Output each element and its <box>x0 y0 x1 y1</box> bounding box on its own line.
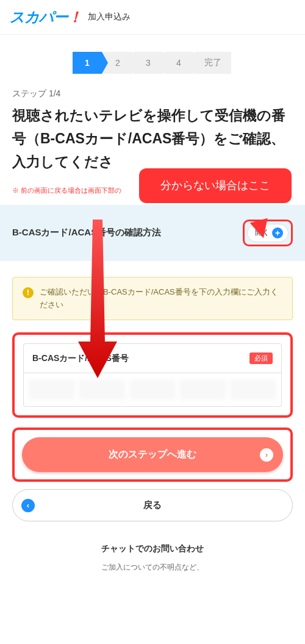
annotation-callout: 分からない場合はここ <box>139 168 292 203</box>
required-badge: 必須 <box>249 352 273 364</box>
info-banner-text: ご確認いただいたB-CASカード/ACAS番号を下の入力欄にご入力ください <box>40 286 282 312</box>
help-accordion-title: B-CASカード/ACAS番号の確認方法 <box>12 227 161 238</box>
info-banner: ! ご確認いただいたB-CASカード/ACAS番号を下の入力欄にご入力ください <box>12 277 293 321</box>
page-title: 視聴されたいテレビを操作して受信機の番号（B-CASカード/ACAS番号）をご確… <box>12 104 293 174</box>
chevron-left-icon: ‹ <box>21 499 35 512</box>
card-number-field-2[interactable] <box>79 379 125 400</box>
back-button[interactable]: ‹ 戻る <box>12 489 293 521</box>
chat-support-text: ご加入についての不明点など、 <box>12 562 293 573</box>
step-1: 1 <box>73 52 102 74</box>
chevron-right-icon: › <box>260 448 273 462</box>
card-number-field-1[interactable] <box>29 379 75 400</box>
logo-exclaim: ！ <box>68 9 82 25</box>
next-step-button[interactable]: 次のステップへ進む › <box>22 437 283 472</box>
annotation-highlight-next: 次のステップへ進む › <box>12 428 293 482</box>
step-indicator: ステップ 1/4 <box>12 88 293 99</box>
step-complete: 完了 <box>195 52 231 74</box>
next-button-label: 次のステップへ進む <box>109 448 196 461</box>
logo: スカパー！ <box>10 7 82 27</box>
header-title: 加入申込み <box>88 12 131 23</box>
alert-icon: ! <box>23 287 34 298</box>
card-number-field-3[interactable] <box>129 379 176 400</box>
card-number-field-4[interactable] <box>179 379 226 400</box>
input-header: B-CASカード/ACAS番号 必須 <box>23 343 282 373</box>
chat-support-title: チャットでのお問い合わせ <box>12 543 293 554</box>
back-button-label: 戻る <box>143 499 162 511</box>
input-row <box>23 373 282 407</box>
card-number-field-5[interactable] <box>230 379 276 400</box>
progress-stepper: 1 2 3 4 完了 <box>0 52 305 74</box>
input-label: B-CASカード/ACAS番号 <box>32 353 129 364</box>
chat-support-section: チャットでのお問い合わせ ご加入についての不明点など、 <box>0 543 305 585</box>
logo-text: スカパー <box>10 9 68 25</box>
header: スカパー！ 加入申込み <box>0 0 305 35</box>
annotation-highlight-input: B-CASカード/ACAS番号 必須 <box>12 332 293 418</box>
plus-icon: + <box>272 227 283 238</box>
